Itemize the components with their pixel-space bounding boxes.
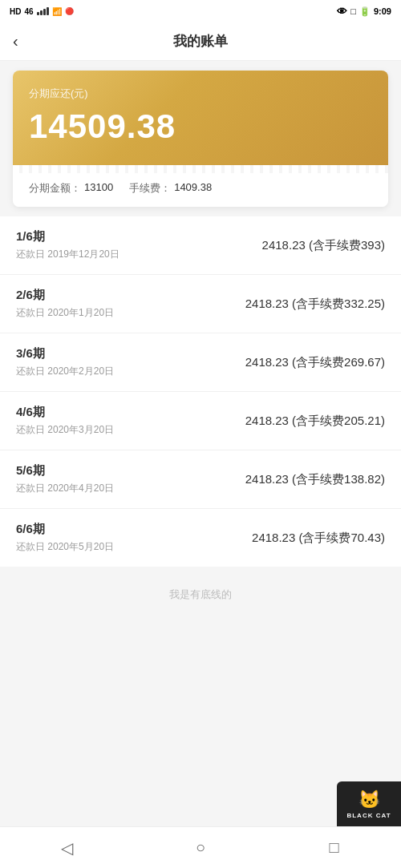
card-top: 分期应还(元) 14509.38 <box>13 71 388 165</box>
card-amount: 14509.38 <box>29 107 372 146</box>
installment-amount-3: 2418.23 (含手续费205.21) <box>245 414 385 429</box>
installment-period-3: 4/6期 <box>16 405 114 420</box>
eye-icon: 👁 <box>337 6 347 18</box>
installment-left-4: 5/6期 还款日 2020年4月20日 <box>16 463 114 495</box>
installment-date-1: 还款日 2020年1月20日 <box>16 306 114 320</box>
installment-date-5: 还款日 2020年5月20日 <box>16 540 114 554</box>
installment-period-2: 3/6期 <box>16 346 114 361</box>
installment-date-4: 还款日 2020年4月20日 <box>16 482 114 495</box>
fee-label: 手续费： <box>129 181 171 196</box>
signal-bars <box>37 7 49 15</box>
installment-amount-1: 2418.23 (含手续费332.25) <box>245 297 385 312</box>
installment-item: 5/6期 还款日 2020年4月20日 2418.23 (含手续费138.82) <box>0 450 401 509</box>
nav-home-button[interactable]: ○ <box>189 837 212 859</box>
installment-item: 1/6期 还款日 2019年12月20日 2418.23 (含手续费393) <box>0 216 401 275</box>
card-bottom: 分期金额： 13100 手续费： 1409.38 <box>13 165 388 207</box>
time-display: 9:09 <box>374 6 391 16</box>
installment-period-5: 6/6期 <box>16 522 114 537</box>
blackcat-badge[interactable]: 🐱 BLACK CAT <box>337 781 401 826</box>
status-icons: 🔴 <box>65 7 74 15</box>
installment-item: 6/6期 还款日 2020年5月20日 2418.23 (含手续费70.43) <box>0 509 401 567</box>
nav-back-button[interactable]: ◁ <box>55 837 78 859</box>
installment-period-1: 2/6期 <box>16 288 114 303</box>
bar4 <box>47 7 49 15</box>
installment-left-1: 2/6期 还款日 2020年1月20日 <box>16 288 114 320</box>
installment-left-2: 3/6期 还款日 2020年2月20日 <box>16 346 114 378</box>
status-right: 👁 □ 🔋 9:09 <box>337 6 391 18</box>
installment-amount-4: 2418.23 (含手续费138.82) <box>245 472 385 487</box>
card-label: 分期应还(元) <box>29 87 372 101</box>
app-header: ‹ 我的账单 <box>0 22 401 61</box>
installment-item: 2/6期 还款日 2020年1月20日 2418.23 (含手续费332.25) <box>0 275 401 333</box>
bar2 <box>40 10 43 15</box>
installment-amount-5: 2418.23 (含手续费70.43) <box>252 531 385 546</box>
screen-icon: □ <box>350 6 356 16</box>
status-bar: HD 46 📶 🔴 👁 □ 🔋 9:09 <box>0 0 401 22</box>
installment-amount-0: 2418.23 (含手续费393) <box>262 238 385 253</box>
installment-left-3: 4/6期 还款日 2020年3月20日 <box>16 405 114 437</box>
installment-period-0: 1/6期 <box>16 229 119 244</box>
wifi-icon: 📶 <box>52 7 62 16</box>
page-title: 我的账单 <box>173 32 228 50</box>
fee-item: 手续费： 1409.38 <box>129 181 212 196</box>
battery-icon: 🔋 <box>359 6 371 17</box>
installment-amount-2: 2418.23 (含手续费269.67) <box>245 355 385 370</box>
summary-card: 分期应还(元) 14509.38 分期金额： 13100 手续费： 1409.3… <box>13 71 388 207</box>
principal-label: 分期金额： <box>29 181 81 196</box>
principal-value: 13100 <box>84 181 113 196</box>
fee-value: 1409.38 <box>174 181 212 196</box>
installment-left-0: 1/6期 还款日 2019年12月20日 <box>16 229 119 261</box>
installment-period-4: 5/6期 <box>16 463 114 478</box>
installment-item: 4/6期 还款日 2020年3月20日 2418.23 (含手续费205.21) <box>0 392 401 450</box>
installment-left-5: 6/6期 还款日 2020年5月20日 <box>16 522 114 554</box>
footer-text: 我是有底线的 <box>169 588 232 600</box>
blackcat-text: BLACK CAT <box>346 812 391 819</box>
signal-4g: 46 <box>24 7 33 16</box>
status-left: HD 46 📶 🔴 <box>10 7 74 16</box>
principal-item: 分期金额： 13100 <box>29 181 113 196</box>
installment-date-0: 还款日 2019年12月20日 <box>16 248 119 261</box>
installment-date-3: 还款日 2020年3月20日 <box>16 423 114 437</box>
installment-date-2: 还款日 2020年2月20日 <box>16 365 114 378</box>
card-details: 分期金额： 13100 手续费： 1409.38 <box>29 181 372 196</box>
nav-recents-button[interactable]: □ <box>323 837 346 859</box>
bottom-nav: ◁ ○ □ <box>0 826 401 868</box>
installment-list: 1/6期 还款日 2019年12月20日 2418.23 (含手续费393) 2… <box>0 216 401 567</box>
bar1 <box>37 12 39 15</box>
installment-item: 3/6期 还款日 2020年2月20日 2418.23 (含手续费269.67) <box>0 333 401 392</box>
footer: 我是有底线的 <box>0 573 401 616</box>
back-button[interactable]: ‹ <box>13 32 18 50</box>
bar3 <box>43 9 46 15</box>
blackcat-icon: 🐱 <box>358 789 380 810</box>
carrier-label: HD <box>10 7 21 16</box>
